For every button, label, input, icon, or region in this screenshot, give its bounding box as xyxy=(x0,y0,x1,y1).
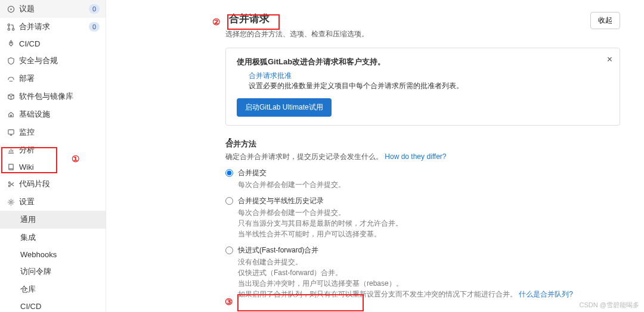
sidebar-item-mr[interactable]: 合并请求0 xyxy=(0,18,106,36)
sidebar-sub-tokens[interactable]: 访问令牌 xyxy=(0,263,106,280)
radio-fastforward[interactable] xyxy=(225,247,233,254)
cta-button[interactable]: 启动GitLab Ultimate试用 xyxy=(237,98,332,117)
scissors-icon xyxy=(6,180,16,188)
sidebar-item-deploy[interactable]: 部署 xyxy=(0,70,106,88)
promo-desc: 设置必要的批准数量并定义项目中每个合并请求所需的批准者列表。 xyxy=(249,81,609,91)
main-content: 合并请求 选择您的合并方法、选项、检查和压缩选项。 收起 × 使用极狐GitLa… xyxy=(106,0,644,312)
issue-icon xyxy=(6,5,16,13)
annotation-2: ② xyxy=(212,17,220,27)
sidebar-sub-general[interactable]: 通用 xyxy=(0,211,106,229)
badge: 0 xyxy=(89,22,100,32)
sidebar-item-wiki[interactable]: Wiki xyxy=(0,159,106,175)
how-differ-link[interactable]: How do they differ? xyxy=(385,152,446,161)
page-title: 合并请求 xyxy=(225,11,273,26)
sidebar-sub-label: Webhooks xyxy=(20,250,100,259)
option-label: 合并提交 xyxy=(238,168,345,178)
option-label: 合并提交与半线性历史记录 xyxy=(238,196,402,206)
merge-method-section: 合并方法 确定合并合并请求时，提交历史记录会发生什么。 How do they … xyxy=(225,139,620,299)
sidebar-item-label: Wiki xyxy=(19,163,100,171)
svg-rect-6 xyxy=(8,129,13,133)
merge-method-hint: 确定合并合并请求时，提交历史记录会发生什么。 How do they diffe… xyxy=(225,152,620,162)
page-subtitle: 选择您的合并方法、选项、检查和压缩选项。 xyxy=(225,29,369,39)
deploy-icon xyxy=(6,75,16,83)
package-icon xyxy=(6,93,16,101)
sidebar-sub-repo[interactable]: 仓库 xyxy=(0,280,106,298)
infrastructure-icon xyxy=(6,111,16,118)
sidebar-sub-webhooks[interactable]: Webhooks xyxy=(0,247,106,263)
sidebar-item-label: 部署 xyxy=(19,73,100,84)
sidebar-item-settings[interactable]: 设置 xyxy=(0,193,106,211)
sidebar-item-label: 软件包与镜像库 xyxy=(19,91,100,102)
sidebar-item-label: 基础设施 xyxy=(19,109,100,120)
sidebar-sub-integrations[interactable]: 集成 xyxy=(0,229,106,247)
option-desc: 每次合并都会创建一个合并提交。 xyxy=(238,179,345,190)
sidebar-item-analytics[interactable]: 分析 xyxy=(0,141,106,159)
sidebar-item-cicd[interactable]: CI/CD xyxy=(0,36,106,52)
merge-method-title: 合并方法 xyxy=(225,139,620,149)
svg-point-2 xyxy=(8,24,10,26)
analytics-icon xyxy=(6,146,16,154)
sidebar-sub-label: 通用 xyxy=(20,214,100,225)
sidebar-item-monitor[interactable]: 监控 xyxy=(0,123,106,141)
merge-option-ff[interactable]: 快进式(Fast-forward)合并没有创建合并提交。仅快进式（Fast-fo… xyxy=(225,245,620,299)
sidebar: 议题0 合并请求0 CI/CD 安全与合规 部署 软件包与镜像库 基础设施 监控… xyxy=(0,0,106,312)
promo-link[interactable]: 合并请求批准 xyxy=(249,71,609,81)
sidebar-sub-label: 集成 xyxy=(20,232,100,243)
annotation-1: ① xyxy=(72,154,79,164)
sidebar-sub-label: 访问令牌 xyxy=(20,266,100,277)
sidebar-item-label: 议题 xyxy=(19,4,89,14)
sidebar-item-label: 代码片段 xyxy=(19,179,100,189)
svg-point-5 xyxy=(10,42,11,43)
close-icon[interactable]: × xyxy=(607,54,612,65)
sidebar-sub-cicd[interactable]: CI/CD xyxy=(0,298,106,312)
sidebar-item-label: 合并请求 xyxy=(19,21,89,32)
badge: 0 xyxy=(89,4,100,14)
option-desc: 没有创建合并提交。仅快进式（Fast-forward）合并。当出现合并冲突时，用… xyxy=(238,257,573,299)
sidebar-item-label: 安全与合规 xyxy=(19,55,100,66)
sidebar-item-snippets[interactable]: 代码片段 xyxy=(0,175,106,193)
watermark: CSDN @雪碧能喝多 xyxy=(580,301,639,310)
promo-title: 使用极狐GitLab改进合并请求和客户支持。 xyxy=(237,57,609,67)
svg-point-3 xyxy=(8,28,10,30)
sidebar-item-label: 设置 xyxy=(19,196,100,207)
merge-request-icon xyxy=(6,23,16,31)
sidebar-item-packages[interactable]: 软件包与镜像库 xyxy=(0,88,106,105)
merge-queue-link[interactable]: 什么是合并队列? xyxy=(519,290,573,298)
merge-option-commit[interactable]: 合并提交每次合并都会创建一个合并提交。 xyxy=(225,168,620,190)
svg-point-9 xyxy=(10,201,12,203)
sidebar-sub-label: CI/CD xyxy=(20,302,100,311)
sidebar-item-label: 监控 xyxy=(19,127,100,138)
option-label: 快进式(Fast-forward)合并 xyxy=(238,245,573,255)
svg-point-4 xyxy=(12,28,14,30)
promo-card: × 使用极狐GitLab改进合并请求和客户支持。 合并请求批准 设置必要的批准数… xyxy=(225,48,620,126)
sidebar-item-issues[interactable]: 议题0 xyxy=(0,0,106,18)
sidebar-item-label: 分析 xyxy=(19,145,100,155)
monitor-icon xyxy=(6,129,16,136)
shield-icon xyxy=(6,57,16,65)
svg-point-1 xyxy=(10,8,11,10)
sidebar-sub-label: 仓库 xyxy=(20,284,100,295)
sidebar-item-security[interactable]: 安全与合规 xyxy=(0,52,106,70)
option-desc: 每次合并都会创建一个合并提交。只有当源分支与其目标是最新的时候，才允许合并。当半… xyxy=(238,207,402,239)
section-header: 合并请求 选择您的合并方法、选项、检查和压缩选项。 收起 xyxy=(225,12,620,39)
sidebar-item-label: CI/CD xyxy=(19,39,100,48)
book-icon xyxy=(6,163,16,171)
radio-semilinear[interactable] xyxy=(225,197,233,205)
annotation-3: ③ xyxy=(225,297,233,307)
sidebar-item-infra[interactable]: 基础设施 xyxy=(0,105,106,123)
merge-option-semilinear[interactable]: 合并提交与半线性历史记录每次合并都会创建一个合并提交。只有当源分支与其目标是最新… xyxy=(225,196,620,239)
radio-merge-commit[interactable] xyxy=(225,169,233,177)
collapse-button[interactable]: 收起 xyxy=(590,12,620,29)
rocket-icon xyxy=(6,40,16,48)
gear-icon xyxy=(6,198,16,206)
